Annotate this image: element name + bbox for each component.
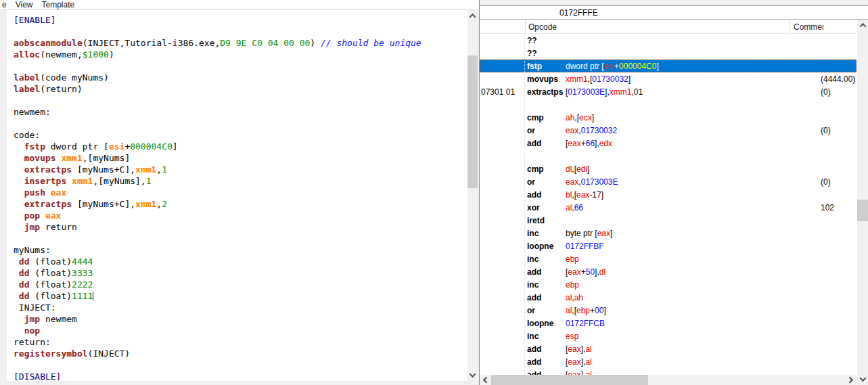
disasm-list[interactable]: ????fstpdword ptr [esi+000004C0]movupsxm… bbox=[480, 34, 856, 375]
auto-assembler-script[interactable]: [ENABLE]aobscanmodule(INJECT,Tutorial-i3… bbox=[14, 14, 421, 381]
opcode-cell: add[eax],al bbox=[524, 357, 815, 367]
disasm-row[interactable] bbox=[480, 150, 856, 162]
opcode-cell: loopne0172FFCB bbox=[524, 319, 815, 328]
disasm-row[interactable]: add[eax+50],dl bbox=[480, 265, 856, 278]
script-line: registersymbol(INJECT) bbox=[14, 348, 421, 359]
disasm-row[interactable]: add[eax],al bbox=[480, 355, 856, 368]
script-line: aobscanmodule(INJECT,Tutorial-i386.exe,D… bbox=[14, 37, 421, 49]
opcode-cell: incesp bbox=[524, 332, 815, 341]
script-line: jmp newmem bbox=[14, 313, 421, 325]
scroll-up-button[interactable] bbox=[857, 20, 868, 31]
opcode-cell: loopne0172FFBF bbox=[524, 242, 815, 251]
opcode-cell: incebp bbox=[524, 254, 815, 264]
disasm-row[interactable]: incesp bbox=[480, 330, 856, 342]
scroll-down-button[interactable] bbox=[467, 369, 478, 381]
disasm-row[interactable]: loopne0172FFCB bbox=[480, 317, 856, 330]
chevron-up-icon bbox=[860, 23, 867, 30]
chevron-down-icon bbox=[470, 371, 476, 378]
opcode-cell: incbyte ptr [eax] bbox=[524, 229, 815, 238]
disasm-row-selected[interactable]: fstpdword ptr [esi+000004C0] bbox=[480, 60, 856, 72]
mnemonic: inc bbox=[527, 229, 566, 238]
disasm-row[interactable]: cmpdl,[edi] bbox=[480, 162, 856, 175]
script-line: dd (float)3333 bbox=[14, 267, 421, 279]
scroll-thumb[interactable] bbox=[491, 375, 648, 385]
script-line: [DISABLE] bbox=[14, 371, 421, 381]
opcode-cell: xoral,66 bbox=[524, 203, 815, 212]
disasm-row[interactable]: incbyte ptr [eax] bbox=[480, 227, 856, 240]
script-line: nop bbox=[14, 325, 421, 336]
mnemonic: or bbox=[527, 177, 566, 187]
opcode-cell: oral,[ebp+00] bbox=[524, 306, 815, 315]
disasm-row[interactable]: addbl,[eax-17] bbox=[480, 188, 856, 201]
script-line: myNums: bbox=[14, 244, 421, 256]
opcode-cell: add[eax+66],edx bbox=[524, 139, 815, 148]
memory-view-top-strip bbox=[480, 0, 868, 6]
scroll-thumb[interactable] bbox=[857, 200, 868, 221]
opcode-cell: addal,ah bbox=[524, 293, 815, 302]
disasm-row[interactable]: addal,ah bbox=[480, 291, 856, 304]
disasm-row[interactable]: add[eax+66],edx bbox=[480, 137, 856, 150]
opcode-cell: addbl,[eax-17] bbox=[524, 190, 815, 200]
disasm-row[interactable]: 07301 01extractps[0173003E],xmm1,01(0) bbox=[480, 85, 856, 98]
script-line: newmem: bbox=[14, 106, 421, 118]
scroll-down-button[interactable] bbox=[857, 373, 868, 385]
scroll-left-button[interactable] bbox=[480, 375, 491, 385]
opcode-cell: add[eax],al bbox=[524, 370, 815, 376]
mnemonic: add bbox=[527, 190, 566, 200]
disasm-row[interactable]: iretd bbox=[480, 214, 856, 227]
disasm-row[interactable]: cmpah,[ecx] bbox=[480, 111, 856, 124]
mnemonic: movups bbox=[527, 74, 566, 84]
disasm-row[interactable]: add[eax],al bbox=[480, 368, 856, 375]
column-comment[interactable]: Comment bbox=[790, 20, 856, 33]
menu-item-view[interactable]: View bbox=[16, 0, 33, 9]
mnemonic: add bbox=[527, 293, 566, 302]
disasm-horizontal-scrollbar[interactable] bbox=[480, 375, 856, 385]
disasm-row[interactable]: oral,[ebp+00] bbox=[480, 304, 856, 317]
script-line: fstp dword ptr [esi+000004C0] bbox=[14, 141, 421, 152]
comment-cell: (4444.00) bbox=[815, 74, 856, 84]
menu-item-e[interactable]: e bbox=[2, 0, 7, 9]
scroll-thumb[interactable] bbox=[467, 55, 478, 188]
script-line: push eax bbox=[14, 187, 421, 198]
script-line: alloc(newmem,$1000) bbox=[14, 49, 421, 60]
script-line: dd (float)2222 bbox=[14, 279, 421, 290]
editor-vertical-scrollbar[interactable] bbox=[467, 10, 478, 381]
disasm-row[interactable]: oreax,0173003E(0) bbox=[480, 175, 856, 188]
comment-cell: 102 bbox=[815, 203, 856, 212]
script-line: INJECT: bbox=[14, 302, 421, 313]
menu-item-template[interactable]: Template bbox=[41, 0, 74, 9]
mnemonic: add bbox=[527, 370, 566, 376]
mnemonic: or bbox=[527, 306, 566, 315]
scroll-right-button[interactable] bbox=[845, 375, 856, 385]
mnemonic: add bbox=[527, 344, 566, 354]
script-line: insertps xmm1,[myNums],1 bbox=[14, 175, 421, 187]
mnemonic: or bbox=[527, 126, 566, 135]
script-line: label(return) bbox=[14, 83, 421, 95]
script-line: return: bbox=[14, 336, 421, 348]
scroll-up-button[interactable] bbox=[467, 10, 478, 22]
column-opcode[interactable]: Opcode bbox=[525, 20, 790, 33]
address-header: 0172FFFE bbox=[480, 7, 868, 20]
opcode-cell: incebp bbox=[524, 280, 815, 290]
disasm-row[interactable]: add[eax],al bbox=[480, 342, 856, 355]
disasm-row[interactable]: ?? bbox=[480, 34, 856, 47]
opcode-cell: movupsxmm1,[01730032] bbox=[524, 74, 815, 84]
mnemonic: inc bbox=[527, 254, 566, 264]
disasm-row[interactable]: oreax,01730032(0) bbox=[480, 124, 856, 137]
disasm-row[interactable]: movupsxmm1,[01730032](4444.00) bbox=[480, 72, 856, 85]
mnemonic: cmp bbox=[527, 113, 566, 122]
disasm-row[interactable] bbox=[480, 98, 856, 111]
script-line bbox=[14, 118, 421, 129]
mnemonic: add bbox=[527, 267, 566, 277]
column-bytes[interactable] bbox=[480, 20, 525, 33]
current-address: 0172FFFE bbox=[559, 8, 598, 18]
disasm-row[interactable]: incebp bbox=[480, 278, 856, 291]
disasm-row[interactable]: incebp bbox=[480, 252, 856, 265]
disasm-vertical-scrollbar[interactable] bbox=[856, 20, 868, 385]
disasm-row[interactable]: loopne0172FFBF bbox=[480, 240, 856, 252]
disasm-row[interactable]: xoral,66102 bbox=[480, 201, 856, 214]
mnemonic: extractps bbox=[527, 87, 566, 97]
script-editor[interactable]: [ENABLE]aobscanmodule(INJECT,Tutorial-i3… bbox=[7, 10, 467, 381]
column-header: Opcode Comment bbox=[480, 20, 856, 34]
disasm-row[interactable]: ?? bbox=[480, 47, 856, 60]
